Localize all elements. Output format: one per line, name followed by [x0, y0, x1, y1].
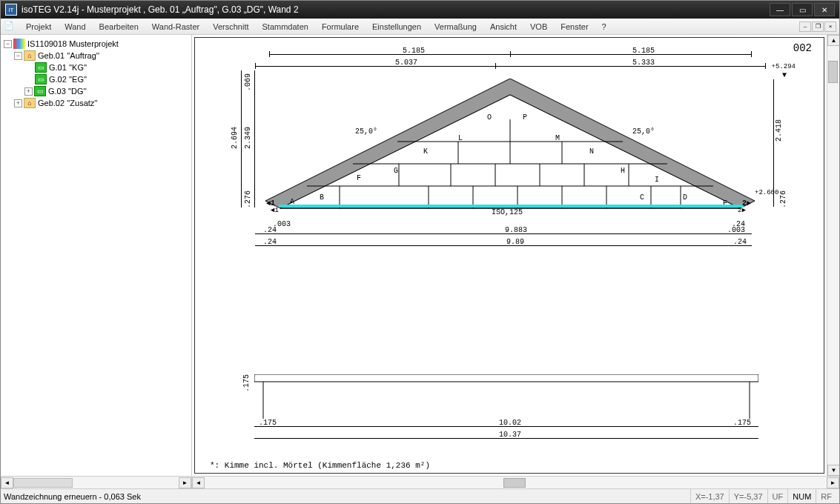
dim-003r: .003	[727, 226, 745, 234]
tree-geb02[interactable]: + ⌂ Geb.02 ''Zusatz''	[4, 97, 188, 109]
canvas-hscroll[interactable]: ◄ ►	[192, 476, 839, 488]
dim-24r2: .24	[733, 238, 747, 246]
menu-einstellungen[interactable]: Einstellungen	[366, 21, 427, 33]
menu-app-icon: 📄	[4, 21, 16, 33]
floor-icon: ▭	[35, 62, 47, 73]
expander-icon[interactable]: +	[14, 99, 22, 107]
dim-069: .069	[244, 73, 252, 91]
scroll-up-button[interactable]: ▲	[827, 35, 839, 46]
gable-drawing	[265, 79, 755, 212]
angle-right-label: 25,0°	[632, 127, 655, 136]
block-f: F	[357, 174, 361, 182]
menu-projekt[interactable]: Projekt	[20, 21, 57, 33]
menu-vob[interactable]: VOB	[524, 21, 553, 33]
annot-5294: +5.294	[772, 63, 796, 70]
titlebar: iT isoTEG V2.14j - Musterprojekt , Geb. …	[1, 1, 839, 19]
block-c: C	[640, 193, 644, 202]
menu-wand[interactable]: Wand	[59, 21, 91, 33]
mdi-close-button[interactable]: ×	[824, 21, 836, 32]
dim-5037: 5.037	[395, 59, 417, 67]
tree-label: G.03 ''DG''	[48, 87, 87, 96]
close-button[interactable]: ✕	[814, 3, 835, 16]
dim-top-left-5185: 5.185	[403, 47, 425, 55]
menu-ansicht[interactable]: Ansicht	[484, 21, 523, 33]
dim-175v: .175	[242, 374, 251, 392]
minimize-button[interactable]: —	[770, 3, 790, 16]
block-n: N	[589, 147, 594, 156]
mdi-minimize-button[interactable]: –	[799, 21, 811, 32]
tree-label: Geb.02 ''Zusatz''	[38, 99, 98, 107]
status-uf: UF	[767, 489, 788, 503]
dim-2694: 2.694	[231, 127, 239, 149]
vscroll-thumb[interactable]	[828, 61, 838, 83]
status-coord-x: X=-1,37	[690, 489, 729, 503]
block-p: P	[523, 113, 527, 122]
maximize-button[interactable]: ▭	[792, 3, 813, 16]
dim-989: 9.89	[506, 238, 524, 246]
dim-1037: 10.37	[499, 431, 521, 439]
house-icon: ⌂	[24, 50, 36, 61]
menu-fenster[interactable]: Fenster	[555, 21, 594, 33]
menu-wand-raster[interactable]: Wand-Raster	[146, 21, 205, 33]
tree-g03[interactable]: + ▭ G.03 ''DG''	[4, 85, 188, 97]
tree-g02[interactable]: ▭ G.02 ''EG''	[4, 73, 188, 85]
annot-2600: +2.600	[755, 189, 778, 196]
canvas-vscroll[interactable]: ▲ ▼	[827, 35, 839, 476]
block-d: D	[683, 193, 687, 202]
menu-formulare[interactable]: Formulare	[316, 21, 365, 33]
block-i: I	[655, 176, 659, 184]
project-tree-sidebar: − IS1109018 Musterprojekt − ⌂ Geb.01 ''A…	[1, 35, 192, 488]
expander-icon[interactable]: −	[14, 52, 22, 60]
block-o: O	[487, 113, 492, 122]
menu-help[interactable]: ?	[596, 21, 612, 33]
status-rf: RF	[816, 489, 836, 503]
mdi-restore-button[interactable]: ❐	[812, 21, 824, 32]
tree-g01[interactable]: ▭ G.01 ''KG''	[4, 62, 188, 73]
scroll-right-button[interactable]: ►	[179, 477, 191, 488]
expander-icon[interactable]: +	[24, 87, 33, 96]
dim-175l: .175	[259, 419, 277, 427]
menubar: 📄 Projekt Wand Bearbeiten Wand-Raster Ve…	[1, 19, 839, 35]
tree-label: G.02 ''EG''	[49, 75, 87, 84]
dim-24l: .24	[263, 226, 277, 234]
iso-line	[279, 205, 744, 208]
scroll-right-button[interactable]: ►	[827, 477, 839, 488]
menu-vermassung[interactable]: Vermaßung	[429, 21, 483, 33]
tree-root[interactable]: − IS1109018 Musterprojekt	[4, 38, 188, 50]
scroll-left-button[interactable]: ◄	[1, 477, 13, 488]
dim-175r: .175	[733, 419, 751, 427]
hscroll-thumb[interactable]	[503, 478, 526, 488]
drawing-canvas[interactable]: 002 5.185 5.185 5.037 5.333	[194, 37, 824, 474]
tree-label: Geb.01 ''Auftrag''	[38, 51, 99, 60]
dim-24l2: .24	[263, 238, 277, 246]
block-b: B	[320, 193, 324, 202]
dim-9883: 9.883	[505, 226, 527, 234]
dim-1002: 10.02	[499, 419, 521, 427]
block-h: H	[621, 167, 625, 175]
status-coord-y: Y=-5,37	[729, 489, 767, 503]
block-k: K	[423, 147, 428, 156]
scroll-down-button[interactable]: ▼	[827, 465, 839, 476]
scroll-left-button[interactable]: ◄	[192, 477, 205, 488]
menu-bearbeiten[interactable]: Bearbeiten	[93, 21, 145, 33]
dim-5333: 5.333	[632, 59, 655, 67]
dim-2418: 2.418	[775, 119, 783, 142]
floor-icon: ▭	[35, 74, 47, 84]
status-num: NUM	[787, 489, 816, 503]
menu-stammdaten[interactable]: Stammdaten	[257, 21, 314, 33]
dim-276-left: .276	[244, 190, 252, 208]
project-tree[interactable]: − IS1109018 Musterprojekt − ⌂ Geb.01 ''A…	[1, 35, 191, 476]
level-marker-icon: ▼	[782, 71, 787, 79]
sidebar-scrollbar[interactable]: ◄ ►	[1, 476, 191, 488]
block-g: G	[394, 167, 398, 175]
expander-icon[interactable]: −	[4, 40, 12, 48]
page-number: 002	[793, 42, 812, 54]
tree-geb01[interactable]: − ⌂ Geb.01 ''Auftrag''	[4, 50, 188, 62]
menu-verschnitt[interactable]: Verschnitt	[207, 21, 254, 33]
statusbar: Wandzeichnung erneuern - 0,063 Sek X=-1,…	[1, 488, 839, 503]
scroll-thumb[interactable]	[13, 478, 73, 488]
tree-label: IS1109018 Musterprojekt	[27, 39, 119, 48]
point-2b-marker: 2►	[738, 207, 746, 214]
dim-276-right: .276	[779, 190, 787, 208]
svg-rect-24	[254, 374, 758, 382]
